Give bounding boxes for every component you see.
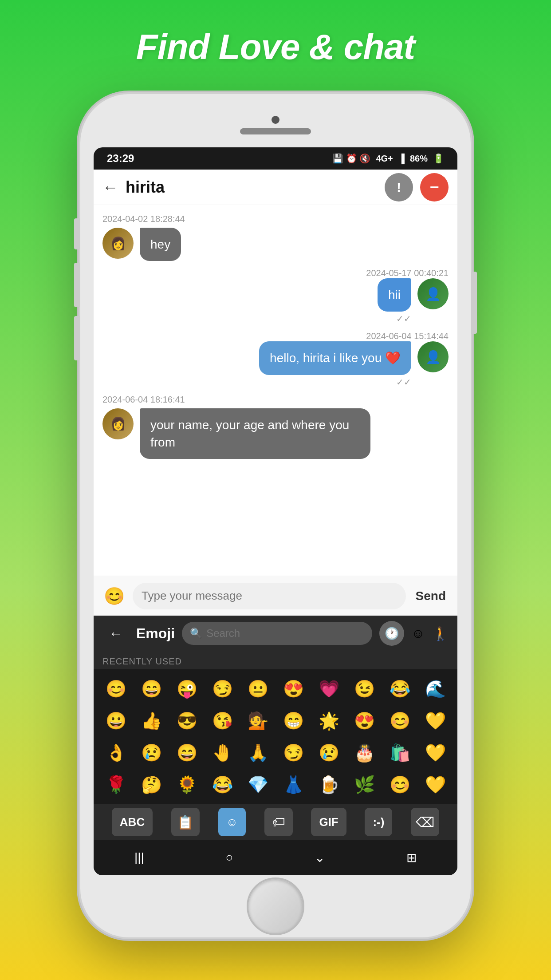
status-icons: 💾 ⏰ 🔇 [332, 153, 370, 164]
emoji-back-button[interactable]: ← [102, 620, 129, 647]
emoji-cell[interactable]: 🌊 [417, 673, 453, 705]
bubble-sent-3: hello, hirita i like you ❤️ [259, 341, 411, 375]
status-right: 💾 ⏰ 🔇 4G+ ▐ 86% 🔋 [332, 153, 444, 164]
message-input[interactable] [133, 583, 406, 609]
emoji-cell[interactable]: 😉 [346, 673, 382, 705]
info-button[interactable]: ! [385, 173, 413, 202]
emoji-cell[interactable]: 🍺 [311, 769, 346, 801]
block-button[interactable]: − [420, 173, 449, 202]
chat-header: ← hirita ! − [94, 170, 457, 205]
emoji-cell[interactable]: 👗 [276, 769, 311, 801]
emoji-cell[interactable]: 🤔 [134, 769, 169, 801]
emoji-title: Emoji [136, 625, 175, 642]
emoji-cell[interactable]: 😍 [346, 705, 382, 737]
emoji-cell[interactable]: 💛 [417, 737, 453, 769]
message-group-3: 2024-06-04 15:14:44 👤 hello, hirita i li… [102, 331, 449, 387]
emoji-cell[interactable]: 🌿 [346, 769, 382, 801]
msg-timestamp-1: 2024-04-02 18:28:44 [102, 214, 449, 224]
emoji-cell[interactable]: 😍 [276, 673, 311, 705]
status-network: 4G+ [376, 154, 393, 164]
emoji-picker-button[interactable]: 😊 [101, 583, 127, 609]
emoji-cell[interactable]: 🛍️ [382, 737, 417, 769]
message-row-1: 👩 hey [102, 228, 449, 261]
emoji-cell[interactable]: 😂 [205, 769, 240, 801]
msg-check-2: ✓✓ [396, 313, 411, 324]
volume-up-button[interactable] [74, 263, 80, 307]
message-group-4: 2024-06-04 18:16:41 👩 your name, your ag… [102, 395, 449, 459]
status-battery: 86% [410, 154, 428, 164]
emoji-search-bar[interactable]: 🔍 [182, 622, 372, 645]
message-group-1: 2024-04-02 18:28:44 👩 hey [102, 214, 449, 261]
emoji-cell[interactable]: 😢 [134, 737, 169, 769]
smiley-tab[interactable]: ☺ [411, 626, 425, 641]
app-title: Find Love & chat [136, 27, 415, 67]
status-time: 23:29 [107, 152, 134, 165]
emoji-cell[interactable]: 🙏 [240, 737, 276, 769]
emoji-cell[interactable]: 🌹 [98, 769, 134, 801]
send-button[interactable]: Send [411, 589, 450, 603]
chat-area: 2024-04-02 18:28:44 👩 hey 2024-05-17 00:… [94, 205, 457, 576]
abc-button[interactable]: ABC [112, 808, 153, 836]
emoji-cell[interactable]: 😜 [169, 673, 205, 705]
nav-grid-button[interactable]: ⊞ [406, 850, 417, 865]
emoji-cell[interactable]: 🎂 [346, 737, 382, 769]
recently-used-label: RECENTLY USED [94, 651, 457, 669]
nav-bar: ||| ○ ⌄ ⊞ [94, 840, 457, 875]
emoji-cell[interactable]: 🌟 [311, 705, 346, 737]
power-button[interactable] [471, 272, 477, 334]
emoji-toolbar: ← Emoji 🔍 🕐 ☺ 🚶 [94, 616, 457, 651]
emoji-cell[interactable]: 😘 [205, 705, 240, 737]
phone-screen: 23:29 💾 ⏰ 🔇 4G+ ▐ 86% 🔋 ← hirita ! − 202… [94, 147, 457, 875]
home-button[interactable] [247, 877, 304, 935]
nav-back-button[interactable]: ||| [134, 850, 144, 865]
sticker-button[interactable]: 🏷 [264, 808, 293, 836]
emoji-cell[interactable]: 😊 [382, 705, 417, 737]
emoji-grid: 😊😄😜😏😐😍💗😉😂🌊😀👍😎😘💁😁🌟😍😊💛👌😢😄🤚🙏😏😢🎂🛍️💛🌹🤔🌻😂💎👗🍺🌿😊… [94, 669, 457, 804]
volume-mute-button[interactable] [74, 218, 80, 249]
avatar-me-3: 👤 [417, 341, 449, 372]
emoji-cell[interactable]: 💛 [417, 769, 453, 801]
emoji-cell[interactable]: 💛 [417, 705, 453, 737]
emoji-cell[interactable]: 😄 [169, 737, 205, 769]
emoji-cell[interactable]: 💁 [240, 705, 276, 737]
back-button[interactable]: ← [102, 178, 118, 197]
emoji-cell[interactable]: 🤚 [205, 737, 240, 769]
avatar-hirita-1: 👩 [102, 228, 134, 259]
emoji-button[interactable]: ☺ [218, 808, 246, 836]
status-signal-bars: ▐ [398, 154, 405, 164]
bubble-received-1: hey [140, 228, 181, 261]
emoji-cell[interactable]: 💎 [240, 769, 276, 801]
emoji-cell[interactable]: 😢 [311, 737, 346, 769]
avatar-hirita-4: 👩 [102, 408, 134, 439]
emoji-cell[interactable]: 🌻 [169, 769, 205, 801]
emoji-cell[interactable]: 👌 [98, 737, 134, 769]
emoji-cell[interactable]: 😁 [276, 705, 311, 737]
bubble-sent-2: hii [378, 278, 411, 312]
message-row-3: 👤 hello, hirita i like you ❤️ ✓✓ [102, 341, 449, 387]
emoji-cell[interactable]: 😊 [382, 769, 417, 801]
emoji-cell[interactable]: 😎 [169, 705, 205, 737]
emoji-cell[interactable]: 😏 [205, 673, 240, 705]
emoji-cell[interactable]: 😀 [98, 705, 134, 737]
message-row-2: 👤 hii ✓✓ [102, 278, 449, 324]
chat-username: hirita [126, 178, 378, 197]
delete-button[interactable]: ⌫ [411, 808, 439, 836]
person-tab[interactable]: 🚶 [432, 626, 449, 641]
text-emoticon-button[interactable]: :-) [365, 808, 392, 836]
emoji-cell[interactable]: 👍 [134, 705, 169, 737]
gif-button[interactable]: GIF [311, 808, 346, 836]
emoji-cell[interactable]: 😐 [240, 673, 276, 705]
emoji-cell[interactable]: 💗 [311, 673, 346, 705]
nav-home-button[interactable]: ○ [226, 850, 233, 865]
emoji-search-input[interactable] [206, 627, 364, 640]
message-row-4: 👩 your name, your age and where you from [102, 408, 449, 459]
battery-icon: 🔋 [433, 153, 444, 164]
recently-used-button[interactable]: 🕐 [379, 621, 404, 646]
nav-recents-button[interactable]: ⌄ [315, 850, 325, 865]
clipboard-button[interactable]: 📋 [171, 808, 200, 836]
emoji-cell[interactable]: 😏 [276, 737, 311, 769]
emoji-cell[interactable]: 😊 [98, 673, 134, 705]
emoji-cell[interactable]: 😂 [382, 673, 417, 705]
emoji-cell[interactable]: 😄 [134, 673, 169, 705]
volume-down-button[interactable] [74, 316, 80, 360]
